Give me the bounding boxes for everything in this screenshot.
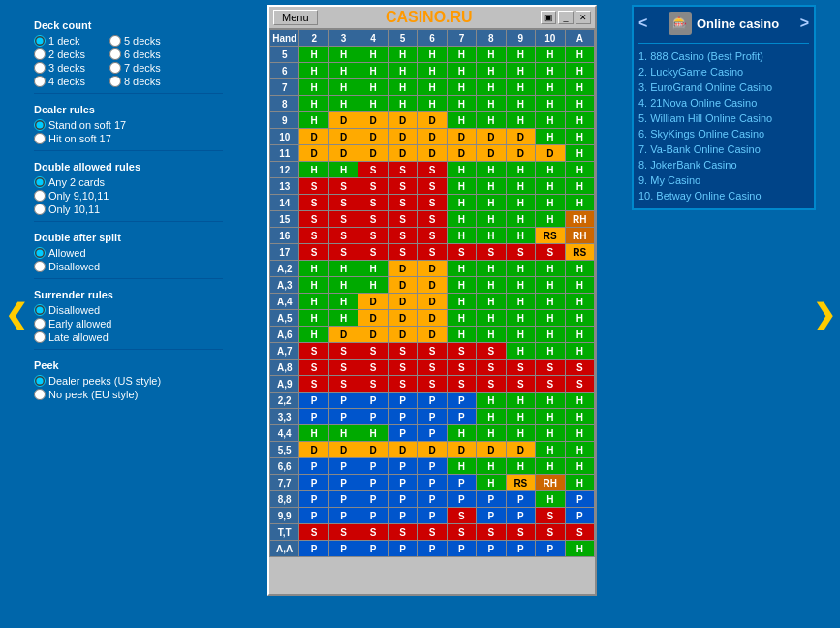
strategy-cell: S	[536, 376, 565, 392]
strategy-cell: D	[299, 145, 328, 162]
casino-nav-left[interactable]: <	[638, 15, 647, 32]
hand-cell: 4,4	[270, 425, 299, 442]
das-disallowed-option[interactable]: Disallowed	[34, 261, 223, 272]
strategy-cell: H	[536, 491, 565, 508]
strategy-cell: S	[506, 244, 535, 261]
restore-button[interactable]: ▣	[541, 11, 556, 24]
table-row: A,APPPPPPPPPH	[270, 541, 595, 557]
strategy-cell: H	[447, 327, 476, 343]
das-allowed-option[interactable]: Allowed	[34, 247, 223, 259]
surrender-late-option[interactable]: Late allowed	[34, 331, 223, 343]
casino-list-item[interactable]: 2. LuckyGame Casino	[638, 64, 809, 79]
strategy-cell: D	[418, 145, 447, 162]
deck-8-option[interactable]: 8 decks	[109, 76, 161, 87]
strategy-cell: P	[506, 541, 535, 557]
surrender-early-option[interactable]: Early allowed	[34, 318, 223, 330]
strategy-cell: P	[477, 508, 506, 524]
strategy-cell: H	[328, 162, 358, 178]
surrender-disallowed-option[interactable]: Disallowed	[34, 304, 223, 316]
strategy-cell: S	[358, 343, 388, 360]
strategy-cell: P	[388, 541, 417, 557]
strategy-cell: H	[506, 211, 535, 228]
strategy-cell: S	[565, 524, 594, 541]
double-10-11-option[interactable]: Only 10,11	[34, 204, 223, 215]
deck-5-option[interactable]: 5 decks	[109, 35, 161, 47]
strategy-table: Hand2345678910A 5HHHHHHHHHH6HHHHHHHHHH7H…	[269, 29, 595, 557]
strategy-cell: H	[477, 211, 506, 228]
close-button[interactable]: ✕	[576, 11, 591, 24]
strategy-cell: H	[565, 442, 594, 458]
stand-soft17-option[interactable]: Stand on soft 17	[34, 119, 223, 131]
hit-soft17-option[interactable]: Hit on soft 17	[34, 133, 223, 144]
strategy-cell: H	[388, 96, 417, 112]
double-any2-option[interactable]: Any 2 cards	[34, 176, 223, 188]
table-row: 14SSSSSHHHHH	[270, 195, 595, 211]
strategy-cell: P	[565, 491, 594, 508]
peek-eu-option[interactable]: No peek (EU style)	[34, 389, 223, 400]
menu-button[interactable]: Menu	[273, 10, 318, 25]
hand-cell: 13	[270, 178, 299, 195]
table-row: T,TSSSSSSSSSS	[270, 524, 595, 541]
strategy-cell: H	[565, 178, 594, 195]
strategy-cell: S	[536, 244, 565, 261]
strategy-cell: S	[299, 211, 328, 228]
casino-list-item[interactable]: 10. Betway Online Casino	[638, 188, 809, 204]
deck-1-option[interactable]: 1 deck	[34, 35, 85, 47]
strategy-cell: S	[477, 360, 506, 376]
double-9-10-11-option[interactable]: Only 9,10,11	[34, 190, 223, 202]
strategy-cell: D	[358, 112, 388, 129]
strategy-cell: H	[565, 47, 594, 63]
strategy-cell: H	[299, 261, 328, 277]
strategy-cell: H	[477, 475, 506, 491]
table-row: 6HHHHHHHHHH	[270, 63, 595, 79]
casino-list-item[interactable]: 4. 21Nova Online Casino	[638, 95, 809, 110]
hand-cell: 5	[270, 47, 299, 63]
strategy-cell: H	[447, 425, 476, 442]
strategy-cell: H	[506, 277, 535, 294]
casino-list-item[interactable]: 8. JokerBank Casino	[638, 157, 809, 173]
casino-list-item[interactable]: 5. William Hill Online Casino	[638, 110, 809, 126]
casino-list-item[interactable]: 7. Va-Bank Online Casino	[638, 141, 809, 157]
strategy-cell: H	[506, 310, 535, 327]
deck-2-option[interactable]: 2 decks	[34, 48, 85, 60]
table-row: A,9SSSSSSSSSS	[270, 376, 595, 392]
strategy-cell: S	[506, 376, 535, 392]
deck-4-option[interactable]: 4 decks	[34, 76, 85, 87]
casino-list-item[interactable]: 3. EuroGrand Online Casino	[638, 79, 809, 95]
strategy-cell: P	[418, 541, 447, 557]
strategy-cell: S	[358, 228, 388, 244]
left-nav-arrow[interactable]: ❮	[5, 298, 27, 330]
casino-list-item[interactable]: 9. My Casino	[638, 173, 809, 188]
strategy-cell: S	[565, 360, 594, 376]
table-row: 7HHHHHHHHHH	[270, 79, 595, 96]
strategy-cell: H	[328, 96, 358, 112]
strategy-cell: H	[536, 277, 565, 294]
table-row: A,8SSSSSSSSSS	[270, 360, 595, 376]
strategy-cell: P	[299, 458, 328, 475]
table-row: 10DDDDDDDDHH	[270, 129, 595, 145]
right-nav-arrow[interactable]: ❯	[813, 298, 835, 330]
strategy-cell: P	[328, 392, 358, 409]
strategy-cell: H	[477, 261, 506, 277]
strategy-cell: H	[565, 277, 594, 294]
strategy-cell: S	[536, 360, 565, 376]
casino-list-item[interactable]: 1. 888 Casino (Best Profit)	[638, 48, 809, 64]
strategy-cell: S	[536, 524, 565, 541]
deck-6-option[interactable]: 6 decks	[109, 48, 161, 60]
strategy-cell: H	[299, 425, 328, 442]
minimize-button[interactable]: _	[558, 11, 574, 24]
strategy-cell: H	[565, 475, 594, 491]
strategy-cell: RH	[536, 475, 565, 491]
strategy-cell: H	[299, 79, 328, 96]
deck-7-option[interactable]: 7 decks	[109, 62, 161, 74]
casino-list-item[interactable]: 6. SkyKings Online Casino	[638, 126, 809, 141]
strategy-cell: H	[447, 195, 476, 211]
casino-nav-right[interactable]: >	[800, 15, 809, 32]
peek-us-option[interactable]: Dealer peeks (US style)	[34, 375, 223, 387]
strategy-cell: S	[506, 524, 535, 541]
hand-cell: A,4	[270, 294, 299, 310]
deck-3-option[interactable]: 3 decks	[34, 62, 85, 74]
strategy-cell: H	[447, 294, 476, 310]
strategy-cell: H	[299, 310, 328, 327]
strategy-cell: P	[388, 508, 417, 524]
